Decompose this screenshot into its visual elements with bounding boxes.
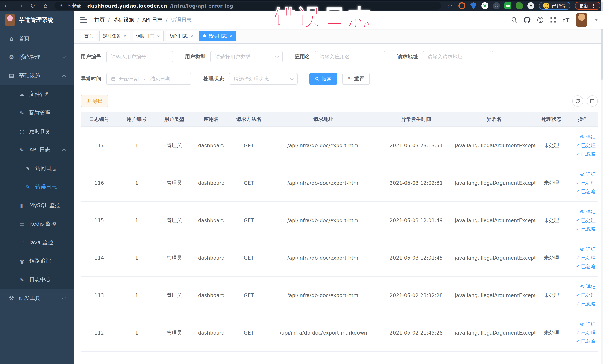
action-label: 已忽略 bbox=[581, 339, 596, 344]
action-label: 详细 bbox=[586, 172, 596, 177]
tab-定时任务[interactable]: 定时任务× bbox=[99, 31, 130, 41]
upload-icon: ☁ bbox=[18, 91, 26, 97]
browser-back-icon[interactable]: ← bbox=[3, 3, 11, 9]
github-icon[interactable] bbox=[524, 16, 531, 23]
extensions-puzzle-icon[interactable]: ✱ bbox=[527, 2, 534, 9]
request-url-input[interactable]: 请输入请求地址 bbox=[423, 51, 493, 62]
sidebar-item-文件管理[interactable]: ☁文件管理 bbox=[0, 85, 74, 104]
extension-icon[interactable] bbox=[458, 2, 465, 9]
action-详细[interactable]: 详细 bbox=[570, 134, 596, 139]
action-已处理[interactable]: ✓已处理 bbox=[570, 180, 596, 185]
address-bar[interactable]: ⚠ 不安全 dashboard.yudao.iocoder.cn/infra/l… bbox=[55, 2, 441, 10]
sidebar-item-配置管理[interactable]: ✎配置管理 bbox=[0, 104, 74, 122]
sidebar-item-API 日志[interactable]: ✎API 日志 bbox=[0, 141, 74, 159]
layers-icon: ≣ bbox=[18, 221, 26, 227]
breadcrumb-item[interactable]: API 日志 bbox=[142, 16, 162, 23]
sidebar-item-label: 配置管理 bbox=[29, 109, 51, 117]
collapse-sidebar-icon[interactable] bbox=[80, 17, 87, 23]
help-icon[interactable] bbox=[537, 16, 544, 23]
export-button[interactable]: 导出 bbox=[81, 95, 108, 107]
font-size-icon[interactable]: TT bbox=[563, 16, 570, 23]
browser-menu-icon[interactable]: ⋮ bbox=[591, 3, 596, 9]
tab-调度日志[interactable]: 调度日志× bbox=[133, 31, 164, 41]
sidebar-item-定时任务[interactable]: ◷定时任务 bbox=[0, 122, 74, 141]
user-type-select[interactable]: 请选择用户类型 bbox=[210, 51, 283, 62]
sidebar-item-研发工具[interactable]: ⚒研发工具 bbox=[0, 289, 74, 307]
action-已处理[interactable]: ✓已处理 bbox=[570, 330, 596, 335]
action-label: 已忽略 bbox=[581, 264, 596, 269]
extension-leaf-icon[interactable] bbox=[516, 2, 523, 9]
sidebar-item-错误日志[interactable]: ✎错误日志 bbox=[0, 178, 74, 196]
sidebar-item-链路追踪[interactable]: ◉链路追踪 bbox=[0, 252, 74, 270]
app-logo[interactable]: 芋道管理系统 bbox=[0, 11, 74, 29]
download-icon bbox=[86, 99, 91, 103]
sidebar-item-访问日志[interactable]: ✎访问日志 bbox=[0, 159, 74, 178]
filter-row-1: 用户编号 请输入用户编号 用户类型 请选择用户类型 应用名 请输入应用名 请求地… bbox=[81, 51, 598, 62]
sidebar-item-日志中心[interactable]: ✎日志中心 bbox=[0, 270, 74, 289]
search-icon[interactable] bbox=[511, 17, 517, 23]
action-已处理[interactable]: ✓已处理 bbox=[570, 218, 596, 223]
extension-v-icon[interactable]: V bbox=[481, 2, 488, 9]
update-button[interactable]: 更新 ⋮ bbox=[575, 2, 600, 10]
page-scrollbar[interactable] bbox=[601, 0, 603, 364]
sidebar-item-label: MySQL 监控 bbox=[29, 202, 60, 209]
browser-reload-icon[interactable]: ↻ bbox=[29, 3, 37, 9]
extension-shield-icon[interactable] bbox=[470, 2, 477, 9]
action-已忽略[interactable]: ✓已忽略 bbox=[570, 264, 596, 269]
close-tab-icon[interactable]: × bbox=[157, 34, 160, 38]
sidebar-item-基础设施[interactable]: ▤基础设施 bbox=[0, 66, 74, 85]
check-icon: ✓ bbox=[576, 189, 580, 194]
refresh-icon bbox=[575, 98, 580, 104]
user-avatar[interactable] bbox=[576, 13, 587, 26]
bookmark-star-icon[interactable]: ☆ bbox=[446, 3, 454, 9]
app-name-input[interactable]: 请输入应用名 bbox=[315, 51, 385, 62]
column-settings-button[interactable] bbox=[587, 95, 598, 107]
action-详细[interactable]: 详细 bbox=[570, 209, 596, 214]
sidebar-item-MySQL 监控[interactable]: ▥MySQL 监控 bbox=[0, 196, 74, 215]
action-label: 详细 bbox=[586, 284, 596, 289]
process-status-select[interactable]: 请选择处理状态 bbox=[229, 73, 298, 84]
reset-button[interactable]: ↻ 重置 bbox=[342, 73, 370, 85]
close-tab-icon[interactable]: × bbox=[190, 34, 194, 38]
breadcrumb-item[interactable]: 首页 bbox=[94, 16, 105, 23]
screen: ← → ↻ ⌂ ⚠ 不安全 dashboard.yudao.iocoder.cn… bbox=[0, 0, 603, 364]
extension-on-icon[interactable]: on bbox=[504, 2, 511, 9]
sidebar-item-Java 监控[interactable]: ▢Java 监控 bbox=[0, 233, 74, 252]
action-已忽略[interactable]: ✓已忽略 bbox=[570, 152, 596, 156]
date-range-picker[interactable]: 开始日期 - 结束日期 bbox=[106, 73, 191, 84]
logo-avatar bbox=[5, 14, 15, 26]
sidebar-item-首页[interactable]: ⌂首页 bbox=[0, 29, 74, 48]
cell-exception: java.lang.IllegalArgumentException bbox=[453, 239, 535, 276]
update-label: 更新 bbox=[579, 3, 589, 9]
process-status-label: 处理状态 bbox=[203, 75, 224, 82]
user-id-input[interactable]: 请输入用户编号 bbox=[106, 51, 173, 62]
cell-url: /api/infra/db-doc/export-html bbox=[268, 276, 379, 314]
extension-grid-icon[interactable]: ∷ bbox=[493, 2, 500, 9]
action-详细[interactable]: 详细 bbox=[570, 284, 596, 289]
user-menu-caret-icon[interactable] bbox=[594, 19, 598, 21]
browser-home-icon[interactable]: ⌂ bbox=[42, 3, 50, 9]
tab-错误日志[interactable]: 错误日志× bbox=[199, 31, 236, 41]
action-详细[interactable]: 详细 bbox=[570, 322, 596, 327]
tab-首页[interactable]: 首页 bbox=[81, 31, 97, 41]
action-已忽略[interactable]: ✓已忽略 bbox=[570, 339, 596, 344]
sidebar-item-系统管理[interactable]: ⚙系统管理 bbox=[0, 48, 74, 66]
sidebar-item-Redis 监控[interactable]: ≣Redis 监控 bbox=[0, 215, 74, 233]
action-已处理[interactable]: ✓已处理 bbox=[570, 293, 596, 298]
action-详细[interactable]: 详细 bbox=[570, 172, 596, 177]
search-button[interactable]: 搜索 bbox=[309, 73, 337, 85]
action-已忽略[interactable]: ✓已忽略 bbox=[570, 189, 596, 194]
close-tab-icon[interactable]: × bbox=[123, 34, 127, 38]
action-已忽略[interactable]: ✓已忽略 bbox=[570, 226, 596, 231]
action-已忽略[interactable]: ✓已忽略 bbox=[570, 301, 596, 306]
action-详细[interactable]: 详细 bbox=[570, 247, 596, 252]
breadcrumb-item[interactable]: 基础设施 bbox=[113, 16, 134, 23]
action-已处理[interactable]: ✓已处理 bbox=[570, 143, 596, 148]
refresh-table-button[interactable] bbox=[572, 95, 583, 107]
close-tab-icon[interactable]: × bbox=[229, 34, 232, 38]
fullscreen-icon[interactable] bbox=[550, 17, 556, 23]
browser-forward-icon[interactable]: → bbox=[16, 3, 24, 9]
tab-访问日志[interactable]: 访问日志× bbox=[166, 31, 197, 41]
action-已处理[interactable]: ✓已处理 bbox=[570, 255, 596, 260]
paused-badge[interactable]: 已暂停 bbox=[539, 2, 570, 10]
